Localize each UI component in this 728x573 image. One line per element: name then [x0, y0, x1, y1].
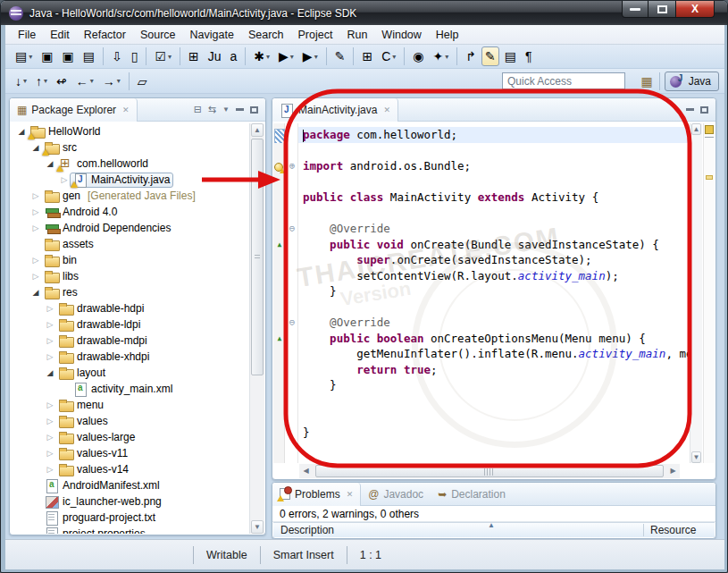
code-line[interactable]: [273, 393, 690, 409]
editor-vertical-scrollbar[interactable]: ▲ ▼: [690, 123, 702, 463]
code-line[interactable]: ▲ public boolean onCreateOptionsMenu(Men…: [273, 331, 690, 347]
tree-item[interactable]: ▷ libs: [11, 268, 249, 284]
bottom-view-tab[interactable]: ➥ Declaration: [431, 483, 513, 506]
expand-arrow-icon[interactable]: ◢: [45, 159, 55, 168]
code-line[interactable]: public class MainActivity extends Activi…: [273, 190, 690, 206]
tree-item[interactable]: ▷ drawable-hdpi: [11, 300, 249, 316]
tree-item[interactable]: ◢ HelloWorld: [11, 123, 249, 139]
tree-item[interactable]: ▷ values-v14: [11, 461, 249, 477]
close-icon[interactable]: ✕: [347, 490, 354, 499]
expand-arrow-icon[interactable]: ▷: [30, 256, 41, 265]
close-icon[interactable]: ✕: [122, 105, 130, 114]
code-line[interactable]: setContentView(R.layout.activity_main);: [273, 268, 690, 284]
tree-item[interactable]: ic_launcher-web.png: [11, 493, 249, 510]
expand-arrow-icon[interactable]: ▷: [45, 433, 55, 442]
code-line[interactable]: }: [273, 377, 690, 393]
tree-item[interactable]: ▷ MainActivity.java: [11, 172, 249, 188]
open-perspective-button[interactable]: ▦: [639, 74, 654, 88]
expand-arrow-icon[interactable]: ▷: [30, 223, 41, 232]
menu-item-run[interactable]: Run: [339, 25, 374, 44]
scroll-left-button[interactable]: ◀: [299, 465, 313, 477]
menu-item-search[interactable]: Search: [241, 25, 291, 44]
code-line[interactable]: return true;: [273, 362, 690, 378]
tree-item[interactable]: ▷ Android 4.0: [11, 204, 249, 220]
scroll-down-button[interactable]: ▼: [251, 520, 264, 534]
maximize-view-button[interactable]: [700, 106, 708, 114]
tab-package-explorer[interactable]: ▦ Package Explorer ✕: [10, 98, 138, 122]
expand-arrow-icon[interactable]: ▷: [45, 449, 55, 458]
tree-item[interactable]: project.properties: [11, 526, 249, 534]
quick-access-input[interactable]: [502, 72, 625, 89]
tree-item[interactable]: ▷ Android Dependencies: [11, 220, 249, 236]
tree-item[interactable]: ▷ drawable-ldpi: [11, 316, 249, 333]
code-area[interactable]: package com.helloworld;⊕import android.o…: [273, 127, 690, 440]
code-line[interactable]: ⊖ @Override: [273, 221, 690, 237]
maximize-view-button[interactable]: [250, 106, 258, 114]
expand-arrow-icon[interactable]: ▷: [45, 465, 55, 474]
expand-arrow-icon[interactable]: ◢: [30, 288, 41, 297]
expand-arrow-icon[interactable]: ▷: [30, 272, 41, 281]
fold-minus-icon[interactable]: ⊖: [286, 316, 298, 328]
code-editor[interactable]: package com.helloworld;⊕import android.o…: [273, 123, 715, 463]
warning-mark[interactable]: [706, 175, 713, 180]
code-line[interactable]: [273, 174, 690, 190]
scroll-down-button[interactable]: ▼: [691, 451, 701, 463]
menu-item-file[interactable]: File: [11, 25, 43, 44]
tree-item[interactable]: ▷ drawable-xhdpi: [11, 349, 249, 365]
package-explorer-scrollbar[interactable]: ▲ ▼: [249, 123, 264, 534]
expand-arrow-icon[interactable]: ▷: [59, 175, 70, 184]
tree-item[interactable]: ◢ res: [11, 284, 249, 300]
expand-arrow-icon[interactable]: ◢: [16, 127, 27, 136]
collapse-all-button[interactable]: ⊟: [194, 104, 202, 115]
code-line[interactable]: getMenuInflater().inflate(R.menu.activit…: [273, 346, 690, 362]
expand-arrow-icon[interactable]: ▷: [45, 336, 55, 345]
code-line[interactable]: package com.helloworld;: [273, 127, 690, 143]
menu-item-help[interactable]: Help: [429, 25, 466, 44]
tab-mainactivity-java[interactable]: MainActivity.java ✕: [272, 98, 398, 122]
menu-item-navigate[interactable]: Navigate: [183, 25, 241, 44]
scroll-right-button[interactable]: ▶: [666, 465, 680, 477]
expand-arrow-icon[interactable]: ◢: [30, 143, 41, 152]
fold-minus-icon[interactable]: ⊖: [286, 223, 298, 234]
expand-arrow-icon[interactable]: ▷: [30, 207, 41, 216]
expand-arrow-icon[interactable]: ▷: [45, 400, 55, 409]
minimize-view-button[interactable]: [686, 108, 694, 111]
tri-marker-icon[interactable]: ▲: [273, 334, 286, 342]
maximize-button[interactable]: [649, 1, 675, 18]
bottom-view-tab[interactable]: @ Javadoc: [361, 483, 431, 506]
tree-item[interactable]: AndroidManifest.xml: [11, 477, 249, 493]
fold-plus-icon[interactable]: ⊕: [286, 160, 298, 172]
tri-marker-icon[interactable]: ▲: [273, 240, 286, 249]
code-line[interactable]: [273, 206, 690, 222]
expand-arrow-icon[interactable]: ▷: [45, 417, 55, 426]
expand-arrow-icon[interactable]: ◢: [45, 368, 55, 377]
column-divider[interactable]: [643, 524, 644, 536]
tree-item[interactable]: ▷ values: [11, 413, 249, 429]
tree-item[interactable]: ▷ bin: [11, 252, 249, 268]
menu-item-window[interactable]: Window: [374, 25, 428, 44]
menu-item-source[interactable]: Source: [133, 25, 183, 44]
java-perspective-button[interactable]: Java: [665, 72, 719, 91]
expand-arrow-icon[interactable]: ▷: [45, 320, 55, 329]
expand-arrow-icon[interactable]: ▷: [30, 191, 41, 200]
menu-item-project[interactable]: Project: [291, 25, 340, 44]
code-line[interactable]: [273, 143, 690, 159]
link-with-editor-button[interactable]: ⇆: [208, 104, 216, 115]
scrollbar-thumb[interactable]: [251, 139, 264, 375]
tree-item[interactable]: ▷ values-large: [11, 429, 249, 445]
minimize-button[interactable]: [622, 1, 649, 18]
code-line[interactable]: ⊕import android.os.Bundle;: [273, 158, 690, 174]
column-description[interactable]: Description: [280, 524, 334, 536]
menu-item-edit[interactable]: Edit: [43, 25, 77, 44]
tree-item[interactable]: activity_main.xml: [11, 381, 249, 397]
scrollbar-thumb[interactable]: [315, 465, 664, 477]
tree-item[interactable]: ◢ com.helloworld: [11, 156, 249, 172]
expand-arrow-icon[interactable]: ▷: [45, 352, 55, 361]
menu-item-refactor[interactable]: Refactor: [77, 25, 133, 44]
tree-item[interactable]: proguard-project.txt: [11, 510, 249, 526]
column-resource[interactable]: Resource: [650, 524, 696, 536]
tree-item[interactable]: ▷ values-v11: [11, 445, 249, 461]
editor-horizontal-scrollbar[interactable]: ◀ ▶: [299, 464, 680, 478]
code-line[interactable]: }: [273, 425, 690, 441]
expand-arrow-icon[interactable]: ▷: [45, 304, 55, 313]
